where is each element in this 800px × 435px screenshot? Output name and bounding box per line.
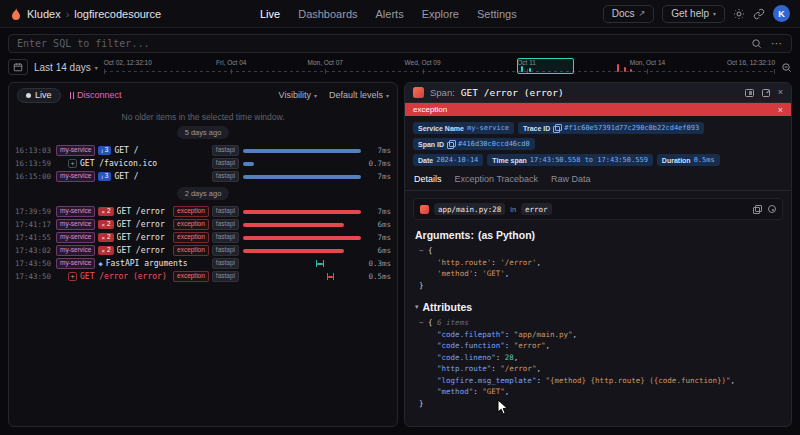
meta-pill-time-span: Time span17:43:50.558 to 17:43:50.559 — [487, 154, 653, 166]
trace-row[interactable]: 17:39:59my-service×2GET /errorexceptionf… — [15, 205, 391, 218]
span-name: GET /favicon.ico — [80, 159, 157, 168]
exception-banner-label: exception — [413, 105, 447, 114]
more-options-button[interactable]: ⋯ — [771, 37, 783, 50]
theme-toggle-icon[interactable] — [733, 8, 745, 20]
duration-bar — [243, 149, 361, 153]
disconnect-button[interactable]: Disconnect — [70, 90, 122, 100]
timeline-tickmark — [325, 69, 326, 74]
search-icon[interactable] — [751, 38, 762, 49]
duration-bar-track — [243, 170, 361, 183]
docs-button[interactable]: Docs ↗ — [603, 5, 655, 23]
calendar-icon[interactable] — [8, 59, 28, 75]
timeline-tickmark — [647, 69, 648, 74]
arguments-heading-suffix: (as Python) — [478, 229, 535, 241]
debug-marker-icon: ◆ — [98, 260, 102, 268]
default-levels-dropdown[interactable]: Default levels ▾ — [329, 90, 389, 100]
expand-child-icon[interactable]: + — [68, 159, 77, 168]
span-label: Span: — [430, 87, 455, 98]
get-help-label: Get help — [671, 8, 709, 19]
trace-timestamp: 16:15:00 — [15, 172, 52, 181]
meta-pill-trace-id: Trace ID#f1c60e57391d77c290c0b22cd4ef093 — [518, 122, 704, 134]
get-help-button[interactable]: Get help ▾ — [662, 5, 725, 23]
duration-label: 7ms — [365, 207, 391, 216]
trace-timestamp: 17:43:50 — [15, 259, 52, 268]
pause-icon — [70, 92, 75, 99]
arguments-heading-label: Arguments: — [415, 229, 474, 241]
timeline-selection[interactable] — [517, 58, 574, 74]
tab-exception-traceback[interactable]: Exception Traceback — [455, 174, 539, 190]
fastapi-tag: fastapi — [212, 171, 239, 183]
copy-icon[interactable] — [447, 140, 455, 148]
span-count-badge: i3 — [98, 146, 111, 156]
disconnect-label: Disconnect — [77, 90, 122, 100]
close-panel-icon[interactable]: × — [778, 88, 783, 97]
code-line: ~ { 6 items — [419, 317, 781, 329]
breadcrumb-org[interactable]: Kludex — [27, 8, 61, 20]
duration-bar-track — [243, 270, 361, 283]
chevron-down-icon: ▾ — [415, 303, 419, 311]
code-line: "http.route": "/error", — [419, 363, 781, 375]
trace-row[interactable]: 17:43:50+GET /error (error)exceptionfast… — [15, 270, 391, 283]
trace-row[interactable]: 17:41:17my-service×2GET /errorexceptionf… — [15, 218, 391, 231]
fastapi-tag: fastapi — [212, 232, 239, 244]
arguments-section-heading[interactable]: Arguments: (as Python) — [405, 222, 791, 243]
dock-panel-icon[interactable] — [745, 89, 754, 97]
timeline-baseline — [104, 71, 775, 72]
zoom-out-icon[interactable] — [781, 62, 792, 73]
span-details-panel: Span: GET /error (error) × exception × S… — [404, 82, 792, 427]
visibility-label: Visibility — [279, 90, 311, 100]
live-toggle-button[interactable]: Live — [17, 88, 61, 103]
attributes-section-heading[interactable]: ▾ Attributes — [405, 294, 791, 315]
histogram-bar — [624, 67, 626, 72]
trace-row[interactable]: 16:15:00my-servicei3GET /fastapi7ms — [15, 170, 391, 183]
trace-row[interactable]: 17:43:50my-service◆FastAPI argumentsfast… — [15, 257, 391, 270]
nav-tab-live[interactable]: Live — [260, 8, 280, 20]
copy-icon[interactable] — [553, 124, 561, 132]
tab-raw-data[interactable]: Raw Data — [551, 174, 591, 190]
duration-bar — [243, 210, 361, 214]
fastapi-tag: fastapi — [212, 258, 239, 270]
timeline-histogram[interactable]: Oct 02, 12:32:10Fri, Oct 04Mon, Oct 07We… — [104, 58, 775, 76]
trace-row[interactable]: 17:43:02my-service×2GET /errorexceptionf… — [15, 244, 391, 257]
user-avatar[interactable]: K — [773, 5, 790, 22]
code-file-chip[interactable]: app/main.py:28 — [434, 203, 505, 215]
breadcrumb-project[interactable]: logfirecodesource — [74, 8, 161, 20]
attributes-heading-label: Attributes — [423, 301, 473, 313]
attributes-code-block: ~ { 6 items "code.filepath": "app/main.p… — [405, 315, 791, 412]
expand-child-icon[interactable]: + — [68, 272, 77, 281]
nav-tab-dashboards[interactable]: Dashboards — [298, 8, 357, 20]
arguments-code-block: ~ { 'http.route': '/error', 'method': 'G… — [405, 243, 791, 294]
trace-row[interactable]: 16:13:03my-servicei3GET /fastapi7ms — [15, 144, 391, 157]
time-group-row: 2 days ago — [15, 187, 391, 200]
location-in-label: in — [510, 205, 516, 214]
span-name: GET /error — [117, 207, 165, 216]
share-link-icon[interactable] — [753, 8, 765, 20]
span-name: GET /error — [117, 220, 165, 229]
chevron-down-icon: ▾ — [386, 92, 389, 99]
trace-row[interactable]: 16:13:59+GET /favicon.icofastapi0.7ms — [15, 157, 391, 170]
locate-span-icon[interactable] — [768, 205, 776, 213]
banner-close-icon[interactable]: × — [778, 105, 783, 115]
copy-icon[interactable] — [753, 205, 761, 213]
time-range-selector[interactable]: Last 14 days ▾ — [34, 62, 98, 73]
sql-filter-input[interactable] — [17, 38, 742, 49]
timeline-tickmark — [774, 69, 775, 74]
duration-bar-track — [243, 231, 361, 244]
open-in-new-icon[interactable] — [762, 89, 770, 97]
code-function-chip[interactable]: error — [521, 203, 552, 215]
logfire-logo-icon[interactable] — [10, 7, 22, 20]
visibility-dropdown[interactable]: Visibility ▾ — [279, 90, 317, 100]
histogram-bar — [630, 69, 632, 72]
live-dot-icon — [26, 93, 31, 98]
duration-bar — [327, 273, 334, 280]
tab-details[interactable]: Details — [414, 174, 442, 190]
trace-row[interactable]: 17:41:55my-service×2GET /errorexceptionf… — [15, 231, 391, 244]
span-panel-actions: × — [745, 88, 783, 97]
traces-panel-header: Live Disconnect Visibility ▾ Default lev… — [9, 83, 397, 107]
time-group-label: 2 days ago — [177, 187, 230, 200]
code-location-row[interactable]: app/main.py:28 in error — [413, 198, 783, 220]
nav-tab-settings[interactable]: Settings — [477, 8, 517, 20]
nav-tab-alerts[interactable]: Alerts — [376, 8, 404, 20]
nav-tab-explore[interactable]: Explore — [422, 8, 459, 20]
location-actions — [753, 205, 776, 213]
